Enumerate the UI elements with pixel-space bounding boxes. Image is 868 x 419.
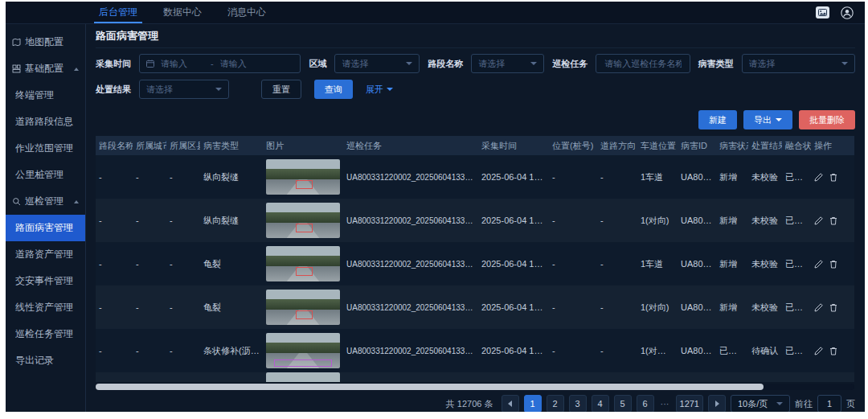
body-row: 地图配置 基础配置 终端管理 道路路段信息 作业范围管理 公里桩管理 巡检管理 … bbox=[6, 24, 865, 412]
sidebar-item-terminal-management[interactable]: 终端管理 bbox=[6, 82, 85, 109]
cell-disease-type: 龟裂 bbox=[200, 285, 263, 329]
next-page-button[interactable] bbox=[708, 395, 726, 412]
tab-backend-management[interactable]: 后台管理 bbox=[86, 2, 150, 23]
task-input-wrap[interactable] bbox=[596, 54, 690, 73]
edit-icon[interactable] bbox=[814, 260, 823, 269]
chevron-down-icon bbox=[387, 88, 393, 91]
edit-icon[interactable] bbox=[814, 303, 823, 312]
page-button-5[interactable]: 5 bbox=[614, 395, 632, 412]
horizontal-scrollbar-thumb[interactable] bbox=[96, 384, 764, 390]
sidebar-item-road-disease-management[interactable]: 路面病害管理 bbox=[6, 215, 85, 241]
delete-icon[interactable] bbox=[829, 303, 837, 312]
sidebar-item-road-asset-management[interactable]: 道路资产管理 bbox=[6, 241, 85, 268]
cell-county: - bbox=[166, 329, 200, 372]
cell-disease-id: UA800... bbox=[678, 285, 716, 329]
expand-filters-link[interactable]: 展开 bbox=[366, 84, 393, 96]
cell-city: - bbox=[133, 155, 166, 199]
road-photo-thumbnail[interactable] bbox=[266, 290, 340, 325]
cell-task: UA800331220002_20250604133852059 bbox=[343, 329, 478, 372]
page-button-6[interactable]: 6 bbox=[637, 395, 654, 412]
col-direction: 道路方向 bbox=[597, 136, 637, 155]
chevron-down-icon bbox=[530, 62, 537, 65]
road-photo-thumbnail[interactable] bbox=[266, 246, 340, 281]
sidebar-item-label: 路面病害管理 bbox=[15, 221, 73, 235]
page-title: 路面病害管理 bbox=[96, 24, 855, 48]
export-button[interactable]: 导出 bbox=[743, 110, 792, 129]
edit-icon[interactable] bbox=[814, 347, 823, 355]
collect-time-end-input[interactable] bbox=[219, 58, 265, 69]
sidebar-item-linear-asset-management[interactable]: 线性资产管理 bbox=[6, 294, 85, 321]
road-photo-thumbnail[interactable] bbox=[266, 372, 340, 382]
cell-county: - bbox=[166, 285, 200, 329]
prev-page-button[interactable] bbox=[502, 395, 519, 412]
page-button-last[interactable]: 1271 bbox=[676, 395, 703, 412]
col-fusion: 融合状态 bbox=[782, 136, 811, 155]
tab-message-center[interactable]: 消息中心 bbox=[215, 2, 279, 23]
region-select[interactable]: 请选择 bbox=[334, 54, 420, 73]
page-button-1[interactable]: 1 bbox=[524, 395, 542, 412]
edit-icon[interactable] bbox=[814, 216, 823, 225]
delete-icon[interactable] bbox=[829, 173, 837, 182]
cell-position: - bbox=[549, 155, 597, 199]
user-avatar-icon[interactable] bbox=[841, 6, 854, 19]
disease-type-select-value: 请选择 bbox=[749, 58, 837, 70]
road-name-select[interactable]: 请选择 bbox=[471, 54, 544, 73]
topbar-right bbox=[816, 2, 865, 23]
page-button-2[interactable]: 2 bbox=[547, 395, 564, 412]
page-button-3[interactable]: 3 bbox=[569, 395, 587, 412]
cell-collect-time: 2025-06-04 13:50 bbox=[478, 242, 549, 285]
collect-time-start-input[interactable] bbox=[159, 58, 206, 69]
reset-button[interactable]: 重置 bbox=[261, 80, 301, 99]
app-window: 后台管理 数据中心 消息中心 地图配置 bbox=[0, 0, 868, 419]
delete-icon[interactable] bbox=[829, 216, 837, 225]
batch-delete-button[interactable]: 批量删除 bbox=[799, 110, 855, 129]
sidebar-item-traffic-safety-events[interactable]: 交安事件管理 bbox=[6, 268, 85, 294]
col-handle-result: 处置结果 bbox=[748, 136, 782, 155]
delete-icon[interactable] bbox=[829, 260, 837, 269]
cell-lane: 1车道 bbox=[637, 155, 678, 199]
col-disease-type: 病害类型 bbox=[200, 136, 263, 155]
cell-fusion: 已融合 bbox=[782, 242, 811, 285]
sidebar-item-inspection-task-management[interactable]: 巡检任务管理 bbox=[6, 321, 85, 347]
sidebar-item-work-scope-management[interactable]: 作业范围管理 bbox=[6, 135, 85, 162]
task-input[interactable] bbox=[603, 58, 682, 69]
road-photo-thumbnail[interactable] bbox=[266, 203, 340, 238]
sidebar-item-road-segment-info[interactable]: 道路路段信息 bbox=[6, 109, 85, 135]
cell-city: - bbox=[133, 329, 166, 372]
sidebar-group-inspection-management[interactable]: 巡检管理 bbox=[6, 188, 85, 215]
search-button[interactable]: 查询 bbox=[314, 80, 353, 99]
create-button[interactable]: 新建 bbox=[698, 110, 737, 129]
collect-time-range-picker[interactable]: - bbox=[139, 54, 301, 73]
edit-icon[interactable] bbox=[814, 173, 823, 182]
cell-position: - bbox=[549, 329, 597, 372]
table-header-row: 路段名称 所属城市 所属区县 病害类型 图片 巡检任务 采集时间 位置(桩号) … bbox=[96, 136, 854, 155]
cell-county: - bbox=[166, 242, 200, 285]
handle-result-select[interactable]: 请选择 bbox=[139, 80, 229, 99]
pagination-ellipsis[interactable]: ··· bbox=[659, 399, 671, 409]
tab-data-center[interactable]: 数据中心 bbox=[150, 2, 215, 23]
sidebar-group-basic-config[interactable]: 基础配置 bbox=[6, 55, 85, 82]
road-photo-thumbnail[interactable] bbox=[266, 333, 340, 368]
page-button-4[interactable]: 4 bbox=[592, 395, 609, 412]
cell-lane: 1(对向),... bbox=[637, 329, 678, 372]
goto-page-input[interactable] bbox=[817, 395, 841, 412]
sidebar-item-label: 道路路段信息 bbox=[15, 115, 73, 129]
disease-type-select[interactable]: 请选择 bbox=[742, 54, 856, 73]
sidebar-item-milestone-management[interactable]: 公里桩管理 bbox=[6, 162, 85, 188]
cell-collect-time: 2025-06-04 13:50 bbox=[478, 285, 549, 329]
sidebar-item-map-config[interactable]: 地图配置 bbox=[6, 29, 85, 55]
cell-lane: 1(对向) bbox=[637, 285, 678, 329]
map-icon bbox=[12, 38, 21, 47]
sidebar-item-export-records[interactable]: 导出记录 bbox=[6, 347, 85, 374]
chevron-down-icon bbox=[776, 118, 782, 121]
chevron-left-icon bbox=[508, 401, 512, 407]
sidebar-item-label: 地图配置 bbox=[25, 35, 63, 49]
delete-icon[interactable] bbox=[829, 347, 837, 355]
handle-result-select-value: 请选择 bbox=[146, 84, 211, 96]
road-photo-thumbnail[interactable] bbox=[266, 159, 340, 195]
handle-result-label: 处置结果 bbox=[96, 84, 131, 96]
page-size-select[interactable]: 10条/页 bbox=[731, 395, 790, 412]
gallery-icon[interactable] bbox=[816, 6, 829, 18]
sidebar-group-label: 基础配置 bbox=[25, 62, 63, 76]
cell-disease-type: 龟裂 bbox=[200, 242, 263, 285]
